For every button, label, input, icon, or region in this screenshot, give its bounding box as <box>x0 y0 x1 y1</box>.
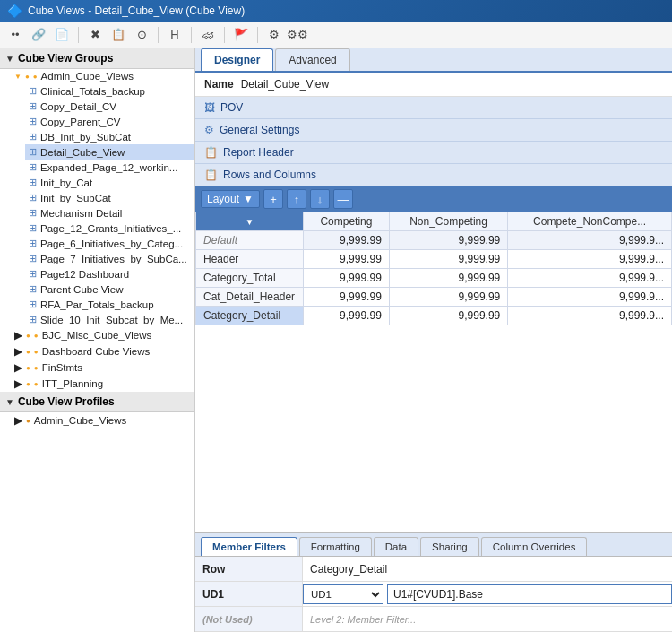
cube-view-groups-header[interactable]: ▼ Cube View Groups <box>0 48 194 69</box>
layout-dropdown[interactable]: Layout ▼ <box>201 190 260 208</box>
item-page12-grants[interactable]: ⊞ Page_12_Grants_Initiatives_... <box>25 221 194 236</box>
profile-admin-header[interactable]: ▶ ● Admin_Cube_Views <box>11 412 194 429</box>
item-grid-icon: ⊞ <box>29 222 37 234</box>
item-label: Page_6_Initiatives_by_Categ... <box>40 238 183 249</box>
toolbar-new[interactable]: 📄 <box>52 25 72 45</box>
cube-view-profiles-header[interactable]: ▼ Cube View Profiles <box>0 392 194 412</box>
item-detail-cube[interactable]: ⊞ Detail_Cube_View <box>25 144 194 160</box>
bjc-arrow: ▶ <box>14 329 22 342</box>
toolbar-dots[interactable]: •• <box>5 25 25 45</box>
pov-label: POV <box>220 101 243 114</box>
rows-columns-icon: 📋 <box>204 169 218 181</box>
ud1-filter-input[interactable] <box>387 584 672 604</box>
default-row-header: Default <box>196 231 304 250</box>
sep3 <box>191 27 192 43</box>
item-copy-detail[interactable]: ⊞ Copy_Detail_CV <box>25 99 194 114</box>
dashboard-group: ▶ ● ● Dashboard Cube Views <box>0 343 194 359</box>
tab-sharing[interactable]: Sharing <box>420 537 479 556</box>
dashboard-header[interactable]: ▶ ● ● Dashboard Cube Views <box>11 343 194 359</box>
tab-column-overrides[interactable]: Column Overrides <box>481 537 588 556</box>
cat-detail-header-compete-noncompete: 9,999.9... <box>508 288 672 307</box>
toolbar-link[interactable]: 🔗 <box>29 25 48 45</box>
toolbar-gear[interactable]: ⚙ <box>264 25 284 45</box>
item-mechanism[interactable]: ⊞ Mechanism Detail <box>25 205 194 221</box>
finstmts-label: FinStmts <box>42 362 82 373</box>
toolbar: •• 🔗 📄 ✖ 📋 ⊙ H 🏎 🚩 ⚙ ⚙⚙ <box>0 22 672 48</box>
item-label: Copy_Detail_CV <box>40 101 116 112</box>
admin-label: Admin_Cube_Views <box>41 71 134 82</box>
toolbar-copy[interactable]: 📋 <box>108 25 128 45</box>
move-down-button[interactable]: ↓ <box>310 189 330 209</box>
item-label: Init_by_SubCat <box>40 193 111 203</box>
item-rfa[interactable]: ⊞ RFA_Par_Totals_backup <box>25 297 194 312</box>
header-non-competing: 9,999.99 <box>389 250 507 269</box>
report-header-label: Report Header <box>223 146 294 159</box>
table-row: Header 9,999.99 9,999.99 9,999.9... <box>196 250 672 269</box>
item-expanded[interactable]: ⊞ Expanded_Page_12_workin... <box>25 160 194 175</box>
default-non-competing: 9,999.99 <box>389 231 507 250</box>
item-db-init[interactable]: ⊞ DB_Init_by_SubCat <box>25 129 194 144</box>
bjc-dot1: ● <box>26 332 30 340</box>
tab-member-filters[interactable]: Member Filters <box>201 537 297 556</box>
profile-dot: ● <box>26 417 30 425</box>
title-text: Cube Views - Detail_Cube_View (Cube View… <box>28 4 245 17</box>
cat-total-compete-noncompete: 9,999.9... <box>508 269 672 288</box>
item-label: Slide_10_Init_Subcat_by_Me... <box>40 315 183 325</box>
item-grid-icon: ⊞ <box>29 192 37 203</box>
tab-data[interactable]: Data <box>374 537 418 556</box>
toolbar-delete[interactable]: ✖ <box>85 25 105 45</box>
item-slide10[interactable]: ⊞ Slide_10_Init_Subcat_by_Me... <box>25 312 194 327</box>
admin-dot2: ● <box>33 73 38 81</box>
sep1 <box>78 27 79 43</box>
cat-total-competing: 9,999.99 <box>304 269 390 288</box>
report-header-section[interactable]: 📋 Report Header <box>195 142 672 164</box>
item-grid-icon: ⊞ <box>29 100 37 112</box>
sep4 <box>224 27 225 43</box>
toolbar-gears[interactable]: ⚙⚙ <box>288 25 307 45</box>
item-page6[interactable]: ⊞ Page_6_Initiatives_by_Categ... <box>25 236 194 251</box>
admin-group-header[interactable]: ▼ ● ● Admin_Cube_Views <box>11 69 194 83</box>
itt-header[interactable]: ▶ ● ● ITT_Planning <box>11 376 194 392</box>
ud1-dropdown[interactable]: UD1 <box>303 584 383 604</box>
sidebar: ▼ Cube View Groups ▼ ● ● Admin_Cube_View… <box>0 48 195 632</box>
item-label: Detail_Cube_View <box>40 147 125 158</box>
item-init-subcat[interactable]: ⊞ Init_by_SubCat <box>25 190 194 205</box>
item-page7[interactable]: ⊞ Page_7_Initiatives_by_SubCa... <box>25 251 194 266</box>
profile-admin-arrow: ▶ <box>14 414 22 427</box>
toolbar-h[interactable]: H <box>165 25 185 45</box>
item-grid-icon: ⊞ <box>29 161 37 173</box>
item-grid-icon: ⊞ <box>29 268 37 280</box>
row-filter-label: Row <box>195 557 303 581</box>
cat-detail-row-header[interactable]: Category_Detail <box>196 307 304 325</box>
admin-expand-icon: ▼ <box>14 73 22 81</box>
item-clinical[interactable]: ⊞ Clinical_Totals_backup <box>25 83 194 99</box>
add-button[interactable]: + <box>263 189 283 209</box>
tab-designer[interactable]: Designer <box>201 48 273 71</box>
item-copy-parent[interactable]: ⊞ Copy_Parent_CV <box>25 114 194 129</box>
toolbar-flag[interactable]: 🚩 <box>231 25 251 45</box>
profiles-label: Cube View Profiles <box>18 395 115 408</box>
item-parent[interactable]: ⊞ Parent Cube View <box>25 281 194 297</box>
itt-arrow: ▶ <box>14 377 22 390</box>
item-page12dash[interactable]: ⊞ Page12 Dashboard <box>25 266 194 281</box>
cat-detail-non-competing: 9,999.99 <box>389 307 507 325</box>
dashboard-dot1: ● <box>26 348 30 356</box>
remove-button[interactable]: — <box>333 189 353 209</box>
ud1-filter-row: UD1 UD1 <box>195 582 672 607</box>
item-label: DB_Init_by_SubCat <box>40 132 131 143</box>
tab-formatting[interactable]: Formatting <box>299 537 372 556</box>
move-up-button[interactable]: ↑ <box>287 189 306 209</box>
tab-advanced[interactable]: Advanced <box>275 48 349 71</box>
table-row[interactable]: Category_Detail 9,999.99 9,999.99 9,999.… <box>196 307 672 325</box>
item-grid-icon: ⊞ <box>29 116 37 127</box>
toolbar-car[interactable]: 🏎 <box>198 25 218 45</box>
general-settings-section[interactable]: ⚙ General Settings <box>195 119 672 142</box>
rows-columns-section[interactable]: 📋 Rows and Columns <box>195 164 672 186</box>
name-value: Detail_Cube_View <box>241 78 330 91</box>
toolbar-circle[interactable]: ⊙ <box>132 25 151 45</box>
item-init-cat[interactable]: ⊞ Init_by_Cat <box>25 175 194 190</box>
pov-section[interactable]: 🖼 POV <box>195 97 672 119</box>
finstmts-header[interactable]: ▶ ● ● FinStmts <box>11 359 194 376</box>
bjc-header[interactable]: ▶ ● ● BJC_Misc_Cube_Views <box>11 327 194 343</box>
pov-icon: 🖼 <box>204 101 215 114</box>
